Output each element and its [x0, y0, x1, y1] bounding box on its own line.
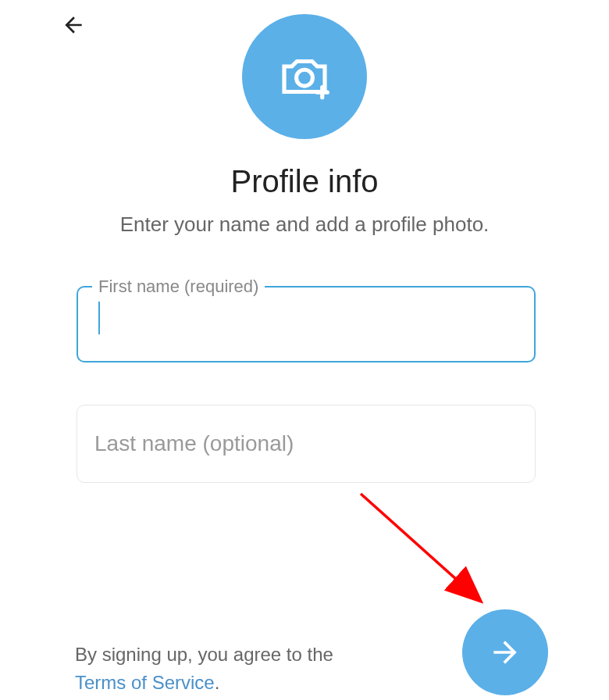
tos-suffix: . [215, 672, 220, 693]
text-cursor [98, 302, 100, 334]
back-button[interactable] [58, 9, 89, 41]
last-name-input[interactable] [77, 405, 535, 482]
page-title: Profile info [0, 164, 609, 199]
page-subtitle: Enter your name and add a profile photo. [0, 212, 609, 237]
last-name-field-container [77, 405, 536, 483]
first-name-label: First name (required) [92, 277, 265, 297]
terms-of-service-link[interactable]: Terms of Service [75, 672, 215, 693]
next-button[interactable] [462, 609, 548, 695]
svg-point-0 [297, 70, 313, 86]
tos-prefix: By signing up, you agree to the [75, 644, 333, 665]
first-name-field-container: First name (required) [77, 286, 536, 362]
arrow-forward-icon [488, 635, 522, 670]
first-name-input[interactable] [78, 288, 534, 361]
terms-text: By signing up, you agree to the Terms of… [75, 641, 333, 697]
arrow-back-icon [61, 12, 86, 38]
add-photo-button[interactable] [242, 14, 367, 139]
svg-line-3 [361, 494, 479, 600]
camera-add-icon [274, 46, 335, 107]
